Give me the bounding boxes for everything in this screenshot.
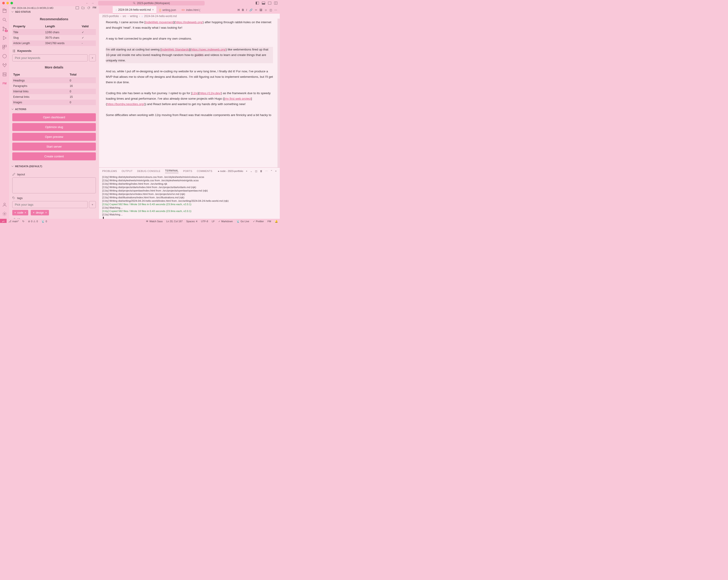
frontmatter-icon[interactable]: FM: [2, 81, 7, 86]
svg-line-8: [5, 21, 7, 22]
source-control-icon[interactable]: 2: [2, 26, 7, 32]
tags-input[interactable]: [12, 201, 88, 208]
settings-gear-icon[interactable]: [2, 211, 7, 217]
sync-status[interactable]: ↻: [21, 220, 26, 223]
terminal-dropdown-icon[interactable]: ⌄: [250, 170, 252, 173]
notifications-icon[interactable]: 🔔: [273, 220, 280, 223]
open-file-icon[interactable]: [81, 6, 85, 9]
metadata-section-toggle[interactable]: METADATA (DEFAULT): [9, 164, 99, 169]
svg-rect-4: [268, 2, 271, 4]
command-center[interactable]: 2023-portfolio (Workspace): [98, 1, 205, 5]
terminal-session-selector[interactable]: ▸ node - 2023-portfolio: [218, 170, 243, 173]
seo-section-toggle[interactable]: SEO STATUS: [9, 9, 99, 14]
breadcrumb[interactable]: 2023-portfolio› src› writing› ↓ 2024-04-…: [99, 13, 280, 19]
panel-right-icon[interactable]: [268, 1, 271, 5]
explorer-icon[interactable]: [2, 8, 7, 13]
search-icon: [133, 2, 136, 4]
svg-point-9: [3, 27, 4, 28]
close-window-button[interactable]: [2, 2, 5, 4]
remove-tag-icon[interactable]: ×: [25, 211, 26, 214]
tab-index-html[interactable]: <> index.html (: [179, 6, 203, 13]
open-dashboard-button[interactable]: Open dashboard: [12, 113, 96, 121]
emoji-icon[interactable]: ☺: [264, 8, 267, 11]
actions-section-toggle[interactable]: ACTIONS: [9, 107, 99, 111]
encoding-status[interactable]: UTF-8: [199, 220, 210, 223]
fm-badge-icon[interactable]: FM: [93, 6, 96, 9]
bold-icon[interactable]: B: [242, 8, 244, 11]
heading-icon[interactable]: H: [238, 8, 240, 11]
search-icon[interactable]: [2, 17, 7, 23]
prettier-status[interactable]: ✓ Prettier: [251, 220, 266, 223]
remove-tag-icon[interactable]: ×: [45, 211, 47, 214]
kill-terminal-icon[interactable]: 🗑: [260, 170, 262, 172]
terminal-tab[interactable]: TERMINAL: [165, 169, 179, 173]
layout-textarea[interactable]: [12, 177, 96, 193]
table-row: Title12/60 chars✓: [12, 30, 96, 35]
split-terminal-icon[interactable]: ◫: [255, 170, 257, 173]
optimize-slug-button[interactable]: Optimize slug: [12, 123, 96, 131]
run-debug-icon[interactable]: [2, 35, 7, 41]
close-tab-icon[interactable]: ×: [152, 8, 154, 11]
link-icon[interactable]: 🔗: [249, 8, 253, 11]
go-live-button[interactable]: 📡 Go Live: [235, 220, 251, 223]
cursor-position[interactable]: Ln 20, Col 187: [164, 220, 184, 223]
debug-console-tab[interactable]: DEBUG CONSOLE: [137, 170, 160, 172]
gitlab-icon[interactable]: [2, 62, 7, 68]
workspace-title: 2023-portfolio (Workspace): [137, 2, 170, 5]
layout-icon[interactable]: [274, 1, 278, 5]
language-mode[interactable]: ✓ Markdown: [216, 220, 235, 223]
indentation-status[interactable]: Spaces: 4: [184, 220, 199, 223]
add-tag-button[interactable]: +: [89, 201, 96, 208]
notion-icon[interactable]: [2, 72, 7, 77]
nav-forward-icon[interactable]: →: [91, 2, 94, 5]
git-branch-status[interactable]: ⎇ main*: [7, 220, 21, 223]
italic-icon[interactable]: I: [246, 8, 247, 11]
tab-writing-json[interactable]: {} writing.json: [156, 6, 179, 13]
terminal-output[interactable]: [11ty] Writing dist/stylesheets/mixin/co…: [99, 174, 280, 219]
keywords-input[interactable]: [12, 54, 88, 61]
table-row: Slug35/75 chars✓: [12, 35, 96, 40]
open-preview-button[interactable]: Open preview: [12, 133, 96, 141]
nav-arrows: ← →: [86, 2, 94, 5]
panel-bottom-icon[interactable]: [262, 1, 265, 5]
watch-sass-status[interactable]: 👁 Watch Sass: [144, 220, 164, 223]
more-terminal-icon[interactable]: ⋯: [265, 170, 268, 173]
create-content-button[interactable]: Create content: [12, 153, 96, 160]
activity-bar: 2 FM: [0, 6, 9, 219]
panel-tabs: PROBLEMS OUTPUT DEBUG CONSOLE TERMINAL P…: [99, 168, 280, 174]
maximize-panel-icon[interactable]: ⌃: [270, 170, 272, 173]
extensions-icon[interactable]: [2, 44, 7, 50]
eol-status[interactable]: LF: [210, 220, 216, 223]
new-terminal-button[interactable]: +: [246, 170, 247, 172]
close-panel-icon[interactable]: ×: [275, 170, 277, 172]
minimap[interactable]: [278, 19, 280, 167]
ports-status[interactable]: 📡 0: [40, 220, 49, 223]
maximize-window-button[interactable]: [10, 2, 13, 4]
layout-label: layout: [12, 173, 96, 176]
ports-tab[interactable]: PORTS: [183, 170, 192, 172]
panel-icon[interactable]: [76, 6, 79, 9]
html-file-icon: <>: [181, 8, 185, 11]
account-icon[interactable]: [2, 202, 7, 208]
editor-tabs: ↓ 2024-04-24-hello-world.md × {} writing…: [99, 6, 280, 13]
remote-indicator[interactable]: [0, 219, 7, 223]
nav-back-icon[interactable]: ←: [86, 2, 88, 5]
problems-tab[interactable]: PROBLEMS: [102, 170, 117, 172]
minimize-window-button[interactable]: [6, 2, 9, 4]
start-server-button[interactable]: Start server: [12, 143, 96, 150]
refresh-icon[interactable]: [87, 6, 90, 9]
fm-status[interactable]: FM: [266, 220, 273, 223]
add-keyword-button[interactable]: +: [89, 54, 96, 61]
output-tab[interactable]: OUTPUT: [122, 170, 132, 172]
errors-status[interactable]: ⊘ 0 ⚠ 0: [26, 220, 40, 223]
image-icon[interactable]: 🖼: [260, 8, 262, 11]
more-actions-icon[interactable]: ⋯: [274, 8, 277, 11]
tab-hello-world[interactable]: ↓ 2024-04-24-hello-world.md ×: [113, 6, 156, 13]
scissors-icon[interactable]: ✂: [255, 8, 257, 11]
github-icon[interactable]: [2, 53, 7, 59]
comments-tab[interactable]: COMMENTS: [197, 170, 212, 172]
panel-left-icon[interactable]: [256, 1, 259, 5]
split-editor-icon[interactable]: ◫: [269, 8, 272, 11]
terminal-panel: PROBLEMS OUTPUT DEBUG CONSOLE TERMINAL P…: [99, 167, 280, 219]
editor-content[interactable]: Recently, I came across the [IndieWeb mo…: [99, 19, 280, 167]
